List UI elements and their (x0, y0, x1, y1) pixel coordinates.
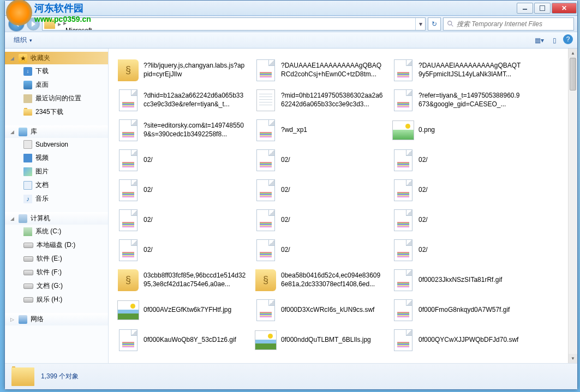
sidebar-item[interactable]: 文档 (5, 178, 108, 192)
file-thumb (392, 209, 414, 231)
sidebar-item-label: 视频 (35, 153, 49, 162)
scrollbar[interactable]: ▲ ▼ (568, 49, 577, 363)
file-thumb (392, 149, 414, 171)
file-thumb (117, 269, 139, 291)
sidebar-item-label: 下载 (35, 67, 49, 76)
sidebar-item-label: Subversion (35, 141, 68, 148)
file-item[interactable]: ?refer=tiyan&_t=1497505388960.9673&googl… (388, 85, 525, 115)
breadcrumb[interactable]: ▸ Huang▸AppData▸Local▸Microsoft▸Windows▸… (42, 17, 426, 31)
scroll-up-button[interactable]: ▲ (569, 49, 577, 58)
expand-icon[interactable]: ▷ (9, 316, 15, 322)
file-name: ?wd_xp1 (281, 126, 384, 135)
file-item[interactable]: 02/ (388, 175, 525, 205)
file-item[interactable]: ?site=editorsky.com&t=1497485509&s=390ce… (113, 115, 250, 145)
sidebar-item[interactable]: 音乐 (5, 192, 108, 206)
breadcrumb-item[interactable]: Local (62, 17, 143, 19)
titlebar[interactable] (5, 1, 577, 16)
file-item[interactable]: 02/ (388, 145, 525, 175)
file-item[interactable]: 0f000FmoG8nkqyd0A7W57f.gif (388, 295, 525, 325)
drive-icon (23, 256, 33, 262)
breadcrumb-dropdown[interactable] (415, 18, 425, 30)
network-icon (19, 315, 27, 324)
file-item[interactable]: 02/ (113, 235, 250, 265)
chevron-right-icon[interactable]: ▸ (57, 20, 62, 28)
close-button[interactable] (552, 3, 577, 14)
sidebar-item[interactable]: 视频 (5, 151, 108, 165)
scroll-down-button[interactable]: ▼ (569, 354, 577, 363)
file-item[interactable]: 02/ (250, 145, 388, 175)
refresh-button[interactable]: ↻ (428, 17, 441, 31)
file-item[interactable]: 02/ (388, 205, 525, 235)
sidebar-item[interactable]: Subversion (5, 138, 108, 151)
sidebar-item[interactable]: 桌面 (5, 78, 108, 92)
sidebar-item[interactable]: 系统 (C:) (5, 225, 108, 238)
breadcrumb-item[interactable]: Microsoft (62, 27, 143, 31)
view-options-button[interactable]: ▦▾ (533, 34, 546, 46)
sidebar-item[interactable]: 图片 (5, 165, 108, 178)
sidebar-favorites-header[interactable]: ◢ ★ 收藏夹 (5, 52, 108, 64)
file-item[interactable]: 0f000D3XcWRcI6s_kUN9cs.swf (250, 295, 388, 325)
file-item[interactable]: 0f000KauWoQb8Y_53cD1z6.gif (113, 325, 250, 355)
file-item[interactable]: 0f000nddQuTLBMT_6BLIls.jpg (250, 325, 388, 355)
sidebar-item[interactable]: 下载 (5, 64, 108, 78)
sidebar-item[interactable]: 娱乐 (H:) (5, 293, 108, 306)
sidebar-network-header[interactable]: ▷ 网络 (5, 313, 108, 325)
file-thumb (255, 239, 277, 261)
svg-line-1 (451, 24, 453, 26)
file-item[interactable]: ?wd_xp1 (250, 115, 388, 145)
file-name: 0.png (418, 126, 521, 135)
sidebar-item[interactable]: 最近访问的位置 (5, 92, 108, 105)
file-thumb (255, 119, 277, 141)
file-item[interactable]: ?dhid=b12aa2a662242d6a065b33cc3e9c3d3e&r… (113, 85, 250, 115)
scroll-thumb[interactable] (570, 58, 576, 91)
file-item[interactable]: ?DAUAAAE1AAAAAAAAAgQBAQRCd2cohCsj+hEwn0C… (250, 55, 388, 85)
file-pane[interactable]: ??lib/jquery.js,changyan.labs.js?appid=c… (109, 49, 577, 363)
minimize-button[interactable] (517, 3, 533, 14)
drive-icon (23, 284, 33, 289)
sidebar-item[interactable]: 软件 (F:) (5, 266, 108, 279)
file-item[interactable]: ?mid=0hb121497505386302aa2a662242d6a065b… (250, 85, 388, 115)
file-item[interactable]: 02/ (250, 175, 388, 205)
folder-icon (44, 19, 55, 29)
file-item[interactable]: 0bea58b0416d52c4,ec094e836096e81a,2dc333… (250, 265, 388, 295)
file-item[interactable]: 02/ (113, 145, 250, 175)
preview-pane-button[interactable]: ▯ (548, 34, 561, 46)
file-thumb (117, 59, 139, 81)
file-item[interactable]: 03cbb8ff03fcf85e,96bccd1e514d3295,3e8cf4… (113, 265, 250, 295)
file-item[interactable]: 0f000AVzEGfKtw6k7YFHtf.jpg (113, 295, 250, 325)
organize-button[interactable]: 组织 (9, 34, 37, 46)
file-item[interactable]: ??lib/jquery.js,changyan.labs.js?appid=c… (113, 55, 250, 85)
file-item[interactable]: 02/ (113, 205, 250, 235)
sidebar-item[interactable]: 文档 (G:) (5, 279, 108, 293)
collapse-icon[interactable]: ◢ (9, 129, 15, 135)
chevron-right-icon[interactable]: ▸ (62, 19, 68, 27)
file-name: 0f000KauWoQb8Y_53cD1z6.gif (143, 336, 246, 345)
file-item[interactable]: 0.png (388, 115, 525, 145)
file-item[interactable]: 02/ (113, 175, 250, 205)
file-item[interactable]: 0f000QYCwXJJPWQbDFJd70.swf (388, 325, 525, 355)
file-item[interactable]: 02/ (250, 235, 388, 265)
sidebar-item[interactable]: 2345下载 (5, 105, 108, 119)
back-button[interactable] (8, 16, 25, 32)
collapse-icon[interactable]: ◢ (9, 55, 15, 61)
sidebar-computer-header[interactable]: ◢ 计算机 (5, 212, 108, 225)
doc-icon (23, 181, 32, 190)
search-box[interactable] (443, 17, 574, 31)
forward-button[interactable] (27, 17, 40, 31)
sidebar-item[interactable]: 本地磁盘 (D:) (5, 238, 108, 252)
search-input[interactable] (457, 20, 570, 28)
file-item[interactable]: 0f00023JkxNSzSITa81rRf.gif (388, 265, 525, 295)
sidebar-item[interactable]: 软件 (E:) (5, 252, 108, 266)
help-button[interactable]: ? (563, 34, 573, 44)
maximize-button[interactable] (534, 3, 551, 14)
sidebar-item-label: 娱乐 (H:) (37, 295, 62, 304)
file-item[interactable]: ?DAUAAAElAAAAAAAAAgQBAQT9y5FpmicItJSL14y… (388, 55, 525, 85)
file-item[interactable]: 02/ (388, 235, 525, 265)
file-name: ?refer=tiyan&_t=1497505388960.9673&googl… (418, 92, 521, 108)
collapse-icon[interactable]: ◢ (9, 215, 15, 221)
file-thumb (117, 89, 139, 111)
sidebar-libraries-header[interactable]: ◢ 库 (5, 125, 108, 138)
sidebar-item-label: 音乐 (35, 194, 49, 203)
file-item[interactable]: 02/ (250, 205, 388, 235)
sidebar-network-label: 网络 (31, 315, 44, 324)
